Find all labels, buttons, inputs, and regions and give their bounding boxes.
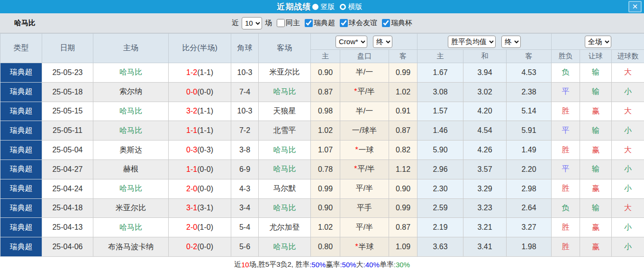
euro-draw-odds-cell: 4.20 (463, 102, 507, 121)
half-time-score: (1-1) (197, 126, 213, 134)
date-cell: 25-04-06 (42, 237, 93, 257)
page-title: 近期战绩 (277, 1, 311, 12)
asian-home-odds-cell: 0.80 (311, 237, 340, 257)
date-cell: 25-04-24 (42, 179, 93, 198)
asian-away-odds-cell: 1.02 (389, 82, 417, 102)
line-change-star-icon: * (355, 243, 358, 251)
europe-state-select[interactable]: 终 (501, 36, 521, 48)
full-time-score: 0-3 (186, 146, 197, 154)
euro-draw-odds-cell: 4.54 (463, 121, 507, 141)
league-cell: 瑞典超 (0, 63, 42, 83)
asian-line-cell: 半/一 (340, 102, 389, 121)
asian-home-odds-cell: 0.90 (311, 198, 340, 218)
same-home-checkbox[interactable] (277, 19, 285, 27)
score-cell: 1-2(1-1) (169, 63, 231, 83)
table-row: 瑞典超25-05-15哈马比3-2(1-1)10-3天狼星0.98半/一0.91… (0, 102, 644, 121)
euro-away-odds-cell: 2.20 (507, 159, 552, 179)
table-row: 瑞典超25-05-11哈马比1-1(1-1)7-2北雪平1.02一/球半0.87… (0, 121, 644, 141)
table-row: 瑞典超25-04-18米亚尔比3-1(3-1)3-4哈马比0.90平手0.992… (0, 198, 644, 218)
euro-away-odds-cell: 4.53 (507, 63, 552, 83)
euro-home-odds-cell: 1.57 (417, 102, 463, 121)
league-cell: 瑞典超 (0, 237, 42, 257)
full-time-score: 3-1 (186, 204, 197, 212)
asian-line-cell: 一/球半 (340, 121, 389, 141)
league-cell: 瑞典超 (0, 179, 42, 198)
summary-segment: 单率 (380, 260, 394, 269)
competition-checkbox-球会友谊[interactable] (340, 19, 348, 27)
euro-draw-odds-cell: 3.41 (463, 237, 507, 257)
competition-checkbox-瑞典杯[interactable] (382, 19, 390, 27)
results-tbody: 瑞典超25-05-23哈马比1-2(1-1)10-3米亚尔比0.90半/一0.9… (0, 63, 644, 257)
asian-away-odds-cell: 1.12 (389, 159, 417, 179)
handicap-result-cell: 输 (580, 82, 612, 102)
full-time-score: 0-0 (186, 88, 197, 96)
date-cell: 25-04-27 (42, 159, 93, 179)
euro-away-odds-cell: 2.98 (507, 179, 552, 198)
radio-icon (340, 4, 346, 10)
layout-option-竖版[interactable]: 竖版 (312, 2, 335, 11)
away-team-cell: 哈马比 (259, 159, 311, 179)
full-time-score: 2-0 (186, 223, 197, 231)
summary-segment: 10 (241, 261, 249, 269)
full-time-score: 1-1 (186, 165, 197, 173)
title-bar: 近期战绩 竖版横版 ✕ (0, 0, 644, 13)
asian-home-odds-cell: 1.02 (311, 121, 340, 141)
corners-cell: 7-2 (231, 121, 259, 141)
competition-label: 瑞典超 (314, 19, 335, 28)
home-team-cell: 哈马比 (93, 179, 169, 198)
away-team-cell: 哈马比 (259, 141, 311, 160)
full-time-score: 1-1 (186, 126, 197, 134)
euro-home-odds-cell: 2.19 (417, 218, 463, 237)
league-cell: 瑞典超 (0, 141, 42, 160)
goals-result-cell: 大 (612, 198, 644, 218)
asian-line-cell: 平/半 (340, 218, 389, 237)
result-cell: 平 (552, 82, 580, 102)
date-cell: 25-04-18 (42, 198, 93, 218)
half-time-score: (0-0) (197, 185, 213, 193)
half-time-score: (0-3) (197, 146, 213, 154)
bookmaker-state-select[interactable]: 终 (373, 36, 392, 48)
euro-away-odds-cell: 1.49 (507, 141, 552, 160)
summary-segment: 场,胜5平3负2, 胜率 (249, 260, 310, 269)
layout-option-label: 竖版 (321, 2, 335, 11)
scope-select[interactable]: 全场 (585, 36, 611, 48)
europe-odds-header: 胜平负均值 终 (417, 34, 552, 50)
handicap-result-cell: 输 (580, 63, 612, 83)
euro-draw-odds-cell: 3.02 (463, 82, 507, 102)
header-home: 主场 (93, 34, 169, 63)
score-cell: 2-0(1-0) (169, 218, 231, 237)
date-cell: 25-04-13 (42, 218, 93, 237)
close-button[interactable]: ✕ (628, 1, 642, 12)
goals-result-cell: 小 (612, 159, 644, 179)
half-time-score: (0-0) (197, 243, 213, 251)
league-cell: 瑞典超 (0, 121, 42, 141)
corners-cell: 6-9 (231, 159, 259, 179)
table-row: 瑞典超25-05-23哈马比1-2(1-1)10-3米亚尔比0.90半/一0.9… (0, 63, 644, 83)
handicap-result-cell: 赢 (580, 218, 612, 237)
asian-away-odds-cell: 0.91 (389, 102, 417, 121)
summary-segment: 赢率 (326, 260, 340, 269)
recent-count-select[interactable]: 10 (242, 17, 262, 29)
league-cell: 瑞典超 (0, 159, 42, 179)
europe-avg-select[interactable]: 胜平负均值 (448, 36, 496, 48)
competition-checkbox-瑞典超[interactable] (305, 19, 313, 27)
date-cell: 25-05-23 (42, 63, 93, 83)
summary-segment: :50% (340, 261, 356, 269)
header-score: 比分(半场) (169, 34, 231, 63)
goals-result-cell: 大 (612, 63, 644, 83)
header-date: 日期 (42, 34, 93, 63)
subheader-asian-line: 盘口 (340, 50, 389, 63)
league-cell: 瑞典超 (0, 82, 42, 102)
summary-footer: 近10场,胜5平3负2, 胜率:50% 赢率:50% 大:40% 单率:30% (0, 257, 644, 272)
handicap-result-cell: 赢 (580, 237, 612, 257)
euro-home-odds-cell: 3.08 (417, 82, 463, 102)
home-team-cell: 哈马比 (93, 63, 169, 83)
layout-option-label: 横版 (348, 2, 363, 11)
line-change-star-icon: * (354, 165, 357, 173)
goals-result-cell: 小 (612, 179, 644, 198)
score-cell: 1-1(1-1) (169, 121, 231, 141)
full-time-score: 1-2 (186, 68, 197, 76)
layout-option-横版[interactable]: 横版 (340, 2, 363, 11)
bookmaker-select[interactable]: Crow* (336, 36, 367, 48)
goals-result-cell: 小 (612, 218, 644, 237)
